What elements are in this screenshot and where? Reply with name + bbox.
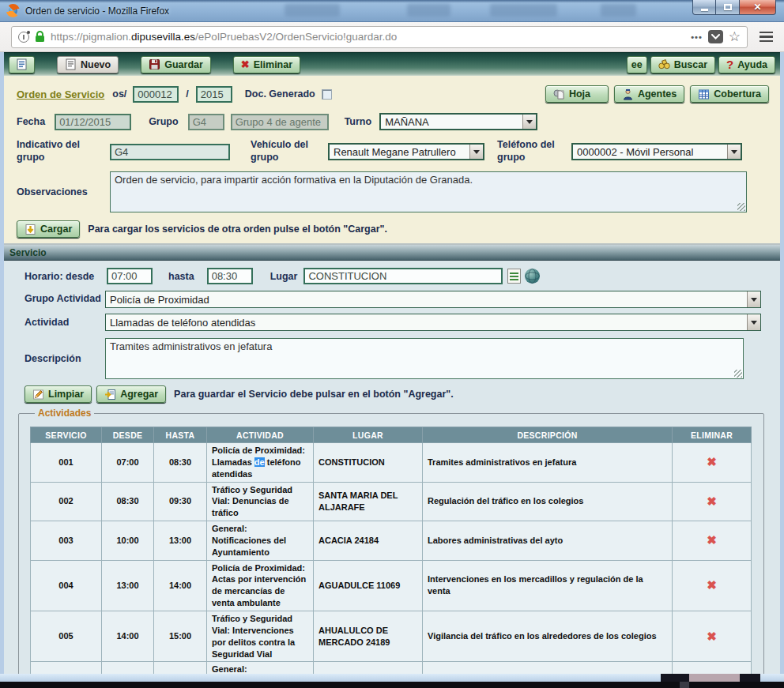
- sheet-icon: [553, 88, 565, 100]
- telefono-label: Teléfono del grupo: [497, 139, 567, 164]
- close-button[interactable]: ✕: [740, 0, 776, 15]
- dropdown-arrow-icon[interactable]: [747, 314, 760, 330]
- dropdown-arrow-icon[interactable]: [469, 145, 483, 159]
- new-document-icon: [65, 58, 77, 70]
- grupo-desc-input[interactable]: [231, 114, 329, 130]
- minimize-button[interactable]: [692, 0, 716, 15]
- cell-descripcion: Regulación del tráfico en los colegios: [423, 482, 673, 521]
- cell-lugar: CONSTITUCION: [314, 443, 423, 483]
- cell-descripcion: Accio fromativa, curso ePol V2: [423, 662, 673, 674]
- guardar-button[interactable]: Guardar: [141, 56, 211, 73]
- save-floppy-icon: [149, 58, 160, 70]
- menu-icon[interactable]: [756, 28, 776, 47]
- grupo-actividad-select[interactable]: Policía de Proximidad: [105, 291, 761, 308]
- table-row: 002 08:30 09:30 Tráfico y Seguridad Vial…: [31, 482, 752, 521]
- window-bottom-frame: [0, 674, 784, 682]
- delete-row-icon[interactable]: ✖: [707, 578, 717, 592]
- hoja-button[interactable]: Hoja: [545, 85, 609, 103]
- cobertura-label: Cobertura: [714, 88, 761, 100]
- actividad-text: Tráfico y Seguridad Vial: Denuncias de t…: [212, 485, 292, 518]
- url-text[interactable]: https://pigmalion.dipusevilla.es/ePolPru…: [51, 31, 685, 43]
- descripcion-label: Descripción: [24, 353, 105, 364]
- dropdown-arrow-icon[interactable]: [747, 291, 760, 307]
- dropdown-arrow-icon[interactable]: [522, 115, 536, 129]
- cell-hasta: 14:00: [154, 662, 207, 674]
- agentes-button[interactable]: Agentes: [614, 85, 684, 103]
- turno-select[interactable]: MAÑANA: [379, 113, 537, 130]
- eliminar-button[interactable]: ✖ Eliminar: [233, 56, 300, 73]
- actividad-select[interactable]: Llamadas de teléfono atendidas: [105, 314, 761, 331]
- observaciones-textarea[interactable]: Orden de servicio, para impartir acción …: [110, 171, 747, 212]
- grupo-code-input[interactable]: [188, 114, 224, 130]
- delete-row-icon[interactable]: ✖: [707, 494, 717, 508]
- orders-list-button[interactable]: [9, 56, 35, 73]
- order-year-input[interactable]: [196, 86, 232, 103]
- cell-actividad: General: Notificaciones del Ayuntamiento: [207, 662, 314, 674]
- maximize-button[interactable]: [716, 0, 740, 15]
- dropdown-arrow-icon[interactable]: [727, 145, 741, 159]
- app-toolbar: Nuevo Guardar ✖ Eliminar ee Buscar: [4, 52, 780, 76]
- ayuda-label: Ayuda: [737, 59, 767, 70]
- col-lugar: LUGAR: [314, 427, 423, 443]
- indicativo-input[interactable]: [110, 144, 230, 160]
- agregar-button[interactable]: Agregar: [96, 385, 166, 403]
- fecha-input[interactable]: [55, 114, 131, 130]
- actividad-text: Tráfico y Seguridad Vial: Intervenciones…: [212, 614, 295, 659]
- col-hasta: HASTA: [154, 427, 207, 443]
- nuevo-button[interactable]: Nuevo: [57, 56, 119, 73]
- bookmark-star-icon[interactable]: ☆: [729, 30, 741, 43]
- resize-grip-icon[interactable]: [734, 370, 742, 378]
- cell-eliminar: ✖: [673, 611, 752, 661]
- lugar-list-icon[interactable]: [507, 269, 521, 284]
- orden-de-servicio-link[interactable]: Orden de Servicio: [17, 88, 104, 100]
- actividad-text: General: Notificaciones del Ayuntamiento: [212, 664, 286, 674]
- order-number-input[interactable]: [133, 86, 179, 103]
- agentes-label: Agentes: [638, 88, 677, 100]
- telefono-select[interactable]: 0000002 - Móvil Personal: [571, 143, 742, 160]
- cell-hasta: 15:00: [154, 611, 207, 661]
- map-globe-icon[interactable]: [525, 269, 540, 284]
- site-info-icon[interactable]: [18, 32, 29, 43]
- delete-row-icon[interactable]: ✖: [707, 455, 717, 468]
- cell-actividad: Policía de Proximidad: Llamadas de teléf…: [207, 443, 314, 483]
- ayuda-button[interactable]: ? Ayuda: [718, 56, 775, 73]
- buscar-button[interactable]: Buscar: [650, 56, 715, 73]
- help-icon: ?: [726, 58, 733, 71]
- actividad-value: Llamadas de teléfono atendidas: [106, 317, 747, 329]
- cell-actividad: Tráfico y Seguridad Vial: Intervenciones…: [207, 611, 314, 661]
- limpiar-button[interactable]: Limpiar: [24, 385, 92, 403]
- cell-hasta: 13:00: [154, 521, 207, 561]
- delete-row-icon[interactable]: ✖: [707, 630, 717, 643]
- service-section-header: Servicio: [4, 245, 780, 261]
- descripcion-textarea[interactable]: Tramites administrativos en jefatura: [105, 338, 744, 379]
- ee-button[interactable]: ee: [627, 56, 647, 73]
- horario-desde-label: Horario: desde: [24, 271, 107, 282]
- cell-descripcion: Tramites administrativos en jefatura: [423, 443, 673, 483]
- actividades-fieldset: Actividades SERVICIO DESDE HASTA ACTIVID…: [18, 408, 764, 674]
- cobertura-button[interactable]: Cobertura: [690, 85, 769, 103]
- cell-eliminar: ✖: [673, 560, 752, 611]
- cargar-label: Cargar: [40, 224, 72, 235]
- desktop-artifact: [0, 682, 661, 688]
- delete-row-icon[interactable]: ✖: [707, 533, 717, 547]
- desde-input[interactable]: [107, 268, 153, 284]
- resize-grip-icon[interactable]: [737, 203, 745, 211]
- cell-servicio: 004: [31, 560, 102, 611]
- doc-generado-checkbox[interactable]: [322, 89, 332, 100]
- binoculars-icon: [658, 58, 670, 70]
- col-eliminar: ELIMINAR: [673, 427, 752, 443]
- cargar-button[interactable]: Cargar: [17, 220, 80, 238]
- page-actions-icon[interactable]: •••: [691, 32, 703, 42]
- hasta-input[interactable]: [207, 268, 253, 284]
- pocket-icon[interactable]: [708, 30, 723, 43]
- lugar-input[interactable]: [303, 268, 503, 284]
- vehiculo-select[interactable]: Renault Megane Patrullero: [328, 143, 484, 160]
- url-bar[interactable]: https://pigmalion.dipusevilla.es/ePolPru…: [11, 26, 748, 48]
- nuevo-label: Nuevo: [81, 59, 111, 70]
- https-lock-icon[interactable]: [35, 31, 45, 43]
- table-row: 003 10:00 13:00 General: Notificaciones …: [31, 521, 752, 561]
- agregar-hint: Para guardar el Servicio debe pulsar en …: [174, 389, 454, 400]
- firefox-icon: [6, 4, 20, 17]
- window-titlebar[interactable]: Orden de servicio - Mozilla Firefox ✕: [0, 0, 784, 22]
- titlebar-glass-artifact: [601, 4, 636, 17]
